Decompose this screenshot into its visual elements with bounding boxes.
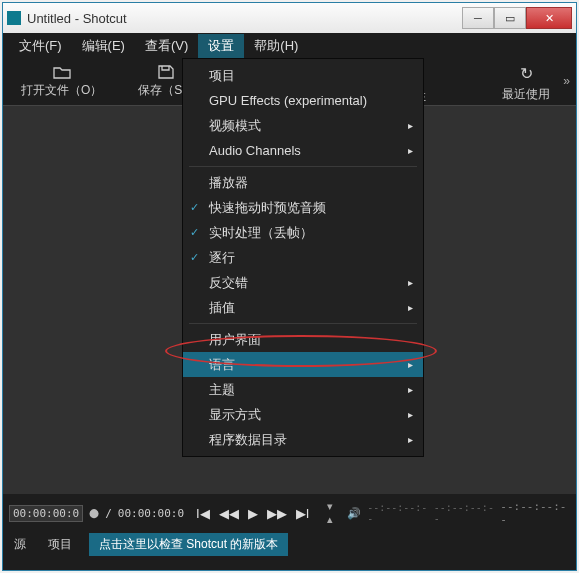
maximize-button[interactable]: ▭ — [494, 7, 526, 29]
toolbar-overflow[interactable]: » — [563, 74, 570, 88]
chevron-right-icon: ▸ — [408, 145, 413, 156]
menu-item-display-method[interactable]: 显示方式▸ — [183, 402, 423, 427]
app-window: Untitled - Shotcut ─ ▭ ✕ 文件(F) 编辑(E) 查看(… — [2, 2, 577, 571]
save-icon — [157, 65, 175, 79]
menu-item-realtime[interactable]: ✓实时处理（丢帧） — [183, 220, 423, 245]
menu-item-video-mode[interactable]: 视频模式▸ — [183, 113, 423, 138]
total-time: 00:00:00:0 — [118, 507, 184, 520]
close-button[interactable]: ✕ — [526, 7, 572, 29]
player-controls: 00:00:00:0 ⬤ / 00:00:00:0 I◀ ◀◀ ▶ ▶▶ ▶I … — [3, 494, 576, 532]
open-file-button[interactable]: 打开文件（O） — [3, 65, 120, 99]
chevron-right-icon: ▸ — [408, 359, 413, 370]
fastforward-icon[interactable]: ▶▶ — [267, 506, 287, 521]
transport-controls: I◀ ◀◀ ▶ ▶▶ ▶I — [196, 506, 309, 521]
current-time[interactable]: 00:00:00:0 — [9, 505, 83, 522]
titlebar: Untitled - Shotcut ─ ▭ ✕ — [3, 3, 576, 33]
scrub-handle[interactable]: ⬤ — [89, 508, 99, 518]
clock-icon: ↻ — [520, 64, 533, 83]
menu-item-appdata[interactable]: 程序数据目录▸ — [183, 427, 423, 452]
menu-edit[interactable]: 编辑(E) — [72, 34, 135, 58]
play-icon[interactable]: ▶ — [248, 506, 258, 521]
chevron-right-icon: ▸ — [408, 384, 413, 395]
out-point: --:--:--:-- — [434, 502, 495, 524]
menu-item-gpu[interactable]: GPU Effects (experimental) — [183, 88, 423, 113]
menu-item-project[interactable]: 项目 — [183, 63, 423, 88]
settings-menu: 项目 GPU Effects (experimental) 视频模式▸ Audi… — [182, 58, 424, 457]
chevron-right-icon: ▸ — [408, 434, 413, 445]
chevron-right-icon: ▸ — [408, 277, 413, 288]
menu-item-interpolation[interactable]: 插值▸ — [183, 295, 423, 320]
window-title: Untitled - Shotcut — [27, 11, 462, 26]
menu-settings[interactable]: 设置 — [198, 34, 244, 58]
volume-icon[interactable]: 🔊 — [347, 507, 361, 520]
duration-display: --:--:--:-- — [500, 500, 568, 526]
in-point: --:--:--:-- — [367, 502, 428, 524]
update-check-link[interactable]: 点击这里以检查 Shotcut 的新版本 — [89, 533, 288, 556]
app-icon — [7, 11, 21, 25]
open-file-label: 打开文件（O） — [21, 82, 102, 99]
rewind-icon[interactable]: ◀◀ — [219, 506, 239, 521]
window-buttons: ─ ▭ ✕ — [462, 7, 572, 29]
tab-source[interactable]: 源 — [3, 534, 37, 555]
menu-item-language[interactable]: 语言▸ — [183, 352, 423, 377]
folder-open-icon — [53, 65, 71, 79]
menu-item-scrub-audio[interactable]: ✓快速拖动时预览音频 — [183, 195, 423, 220]
volume-area: ▾ ▴ 🔊 --:--:--:-- --:--:--:-- — [327, 500, 494, 526]
menu-separator — [189, 323, 417, 324]
tab-project[interactable]: 项目 — [37, 534, 83, 555]
time-separator: / — [105, 507, 112, 520]
recent-label: 最近使用 — [502, 86, 550, 103]
check-icon: ✓ — [190, 251, 199, 264]
skip-start-icon[interactable]: I◀ — [196, 506, 210, 521]
menu-view[interactable]: 查看(V) — [135, 34, 198, 58]
menu-separator — [189, 166, 417, 167]
zoom-controls[interactable]: ▾ ▴ — [327, 500, 341, 526]
menu-item-audio-channels[interactable]: Audio Channels▸ — [183, 138, 423, 163]
menu-item-theme[interactable]: 主题▸ — [183, 377, 423, 402]
menubar: 文件(F) 编辑(E) 查看(V) 设置 帮助(H) — [3, 33, 576, 58]
check-icon: ✓ — [190, 226, 199, 239]
check-icon: ✓ — [190, 201, 199, 214]
chevron-right-icon: ▸ — [408, 302, 413, 313]
statusbar: 源 项目 点击这里以检查 Shotcut 的新版本 — [3, 532, 576, 557]
recent-button[interactable]: ↻ 最近使用 — [502, 64, 550, 103]
skip-end-icon[interactable]: ▶I — [296, 506, 310, 521]
minimize-button[interactable]: ─ — [462, 7, 494, 29]
menu-item-deinterlace[interactable]: 反交错▸ — [183, 270, 423, 295]
menu-help[interactable]: 帮助(H) — [244, 34, 308, 58]
menu-file[interactable]: 文件(F) — [9, 34, 72, 58]
menu-item-ui-heading: 用户界面 — [183, 327, 423, 352]
menu-item-player-heading: 播放器 — [183, 170, 423, 195]
menu-item-progressive[interactable]: ✓逐行 — [183, 245, 423, 270]
chevron-right-icon: ▸ — [408, 120, 413, 131]
chevron-right-icon: ▸ — [408, 409, 413, 420]
